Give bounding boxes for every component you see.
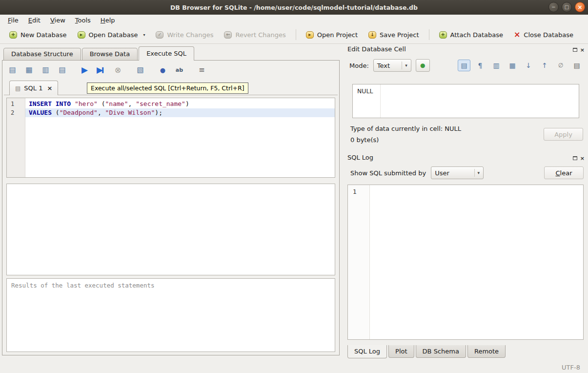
auto-switch-mode-button[interactable]: ● — [416, 59, 430, 72]
revert-changes-button[interactable]: ← Revert Changes — [219, 29, 291, 41]
dock-tab-sql-log[interactable]: SQL Log — [347, 345, 387, 358]
sql-code-editor[interactable]: 1 2 INSERT INTO "hero" ("name", "secret_… — [6, 98, 335, 178]
dock-tab-remote[interactable]: Remote — [467, 345, 506, 358]
new-database-icon: + — [9, 31, 17, 39]
export-csv-icon[interactable]: ▧ — [134, 64, 146, 76]
save-project-button[interactable]: ↓ Save Project — [363, 29, 425, 41]
print-data-icon[interactable]: ▤ — [570, 60, 583, 71]
toolbar-separator — [296, 29, 296, 40]
execute-current-line-icon[interactable]: ▶▍ — [95, 64, 107, 76]
cell-value: NULL — [357, 87, 373, 95]
print-sql-icon[interactable]: ▤ — [56, 64, 68, 76]
import-data-icon[interactable]: ↓ — [522, 60, 535, 71]
execute-sql-pane: ▤ ▦ ▥ ▤ ▶ ▶▍ ⊗ ▧ ● ab ≡ ▤ SQL 1 × — [2, 60, 340, 355]
attach-database-button[interactable]: + Attach Database — [434, 29, 508, 41]
results-placeholder: Results of the last executed statements — [11, 282, 155, 289]
edit-cell-title: Edit Database Cell — [347, 45, 406, 53]
main-toolbar: + New Database ▸ Open Database ▾ ✓ Write… — [0, 26, 588, 44]
apply-button[interactable]: Apply — [544, 128, 583, 141]
sql-line-2-current: VALUES ("Deadpond", "Dive Wilson"); — [25, 108, 335, 117]
open-project-icon: ▸ — [306, 31, 314, 39]
menu-edit[interactable]: Edit — [23, 16, 45, 25]
cell-type-info: Type of data currently in cell: NULL — [350, 125, 461, 132]
dock-tab-db-schema[interactable]: DB Schema — [416, 345, 466, 358]
save-sql-as-icon[interactable]: ▥ — [40, 64, 52, 76]
menu-tools[interactable]: Tools — [70, 16, 96, 25]
open-database-button[interactable]: ▸ Open Database ▾ — [72, 29, 151, 41]
revert-changes-icon: ← — [224, 31, 232, 39]
maximize-icon[interactable]: □ — [562, 2, 572, 12]
tab-database-structure[interactable]: Database Structure — [3, 48, 81, 61]
log-line-number: 1 — [353, 188, 369, 195]
results-message-box[interactable]: Results of the last executed statements — [6, 278, 335, 352]
line-number: 1 — [11, 100, 25, 108]
cell-value-editor[interactable]: NULL — [352, 84, 579, 118]
document-icon: ▤ — [15, 85, 20, 92]
float-dock-icon[interactable] — [573, 48, 577, 52]
log-content — [370, 185, 583, 339]
right-panel: Edit Database Cell × Mode: Text ▾ ● ▤ ¶ … — [344, 44, 588, 361]
menu-help[interactable]: Help — [96, 16, 120, 25]
open-sql-file-icon[interactable]: ▤ — [6, 64, 19, 76]
close-database-button[interactable]: × Close Database — [508, 28, 579, 41]
format-sql-icon[interactable]: ≡ — [196, 64, 208, 76]
close-icon[interactable]: × — [575, 2, 585, 12]
status-bar: UTF-8 — [0, 361, 588, 373]
open-database-icon: ▸ — [78, 31, 85, 39]
line-number-gutter: 1 2 — [7, 98, 25, 177]
save-sql-file-icon[interactable]: ▦ — [23, 64, 35, 76]
find-replace-icon[interactable]: ab — [173, 64, 185, 76]
write-changes-icon: ✓ — [156, 31, 163, 39]
cell-editor-divider — [380, 84, 381, 118]
left-panel: Database Structure Browse Data Execute S… — [0, 44, 344, 361]
sql-log-view[interactable]: 1 — [347, 185, 584, 340]
cell-editor-toolbar: ▤ ¶ ▥ ▦ ↓ ↑ ∅ ▤ — [458, 60, 583, 71]
close-dock-icon[interactable]: × — [580, 47, 585, 53]
new-database-button[interactable]: + New Database — [4, 29, 72, 41]
chevron-down-icon: ▾ — [474, 169, 480, 177]
chevron-down-icon[interactable]: ▾ — [143, 33, 145, 39]
mode-combobox[interactable]: Text ▾ — [373, 59, 411, 72]
text-mode-icon[interactable]: ▤ — [458, 60, 470, 71]
attach-database-icon: + — [439, 31, 447, 39]
menu-file[interactable]: File — [3, 16, 23, 25]
submitted-by-value: User — [435, 169, 449, 177]
copy-data-icon[interactable]: ▥ — [490, 60, 503, 71]
sql-line-1: INSERT INTO "hero" ("name", "secret_name… — [25, 100, 335, 108]
write-changes-button[interactable]: ✓ Write Changes — [150, 29, 219, 41]
toolbar-separator — [429, 29, 429, 40]
close-database-icon: × — [514, 31, 520, 39]
encoding-indicator: UTF-8 — [562, 364, 580, 371]
results-grid[interactable] — [6, 184, 335, 275]
auto-switch-mode-icon: ● — [420, 62, 425, 69]
mode-value: Text — [377, 62, 390, 69]
sql-log-title: SQL Log — [347, 154, 373, 161]
minimize-icon[interactable]: − — [548, 2, 559, 12]
tab-browse-data[interactable]: Browse Data — [82, 48, 138, 61]
close-dock-icon[interactable]: × — [580, 156, 585, 161]
menu-view[interactable]: View — [45, 16, 70, 25]
save-data-icon[interactable]: ▦ — [506, 60, 519, 71]
cell-mode-row: Mode: Text ▾ ● ▤ ¶ ▥ ▦ ↓ ↑ ∅ ▤ — [349, 59, 583, 72]
tab-execute-sql[interactable]: Execute SQL — [139, 46, 194, 61]
submitted-by-combobox[interactable]: User ▾ — [431, 166, 484, 179]
dock-tab-bar: SQL Log Plot DB Schema Remote — [347, 345, 507, 358]
stop-execution-icon[interactable]: ⊗ — [112, 64, 124, 76]
execute-all-icon[interactable]: ▶ — [79, 64, 91, 76]
sql-code-area[interactable]: INSERT INTO "hero" ("name", "secret_name… — [25, 98, 335, 177]
set-null-icon[interactable]: ∅ — [554, 60, 567, 71]
chevron-down-icon: ▾ — [402, 62, 407, 69]
dock-tab-plot[interactable]: Plot — [388, 345, 414, 358]
save-results-icon[interactable]: ● — [157, 64, 169, 76]
export-data-icon[interactable]: ↑ — [538, 60, 551, 71]
sql-tab[interactable]: ▤ SQL 1 × — [9, 81, 58, 95]
close-tab-icon[interactable]: × — [47, 84, 52, 92]
mode-label: Mode: — [349, 62, 369, 69]
save-project-icon: ↓ — [368, 31, 376, 39]
menu-bar: File Edit View Tools Help — [0, 15, 588, 26]
sql-toolbar: ▤ ▦ ▥ ▤ ▶ ▶▍ ⊗ ▧ ● ab ≡ — [6, 63, 208, 77]
clear-log-button[interactable]: Clear — [544, 166, 584, 179]
float-dock-icon[interactable] — [573, 156, 577, 160]
open-project-button[interactable]: ▸ Open Project — [301, 29, 363, 41]
word-wrap-icon[interactable]: ¶ — [474, 60, 487, 71]
